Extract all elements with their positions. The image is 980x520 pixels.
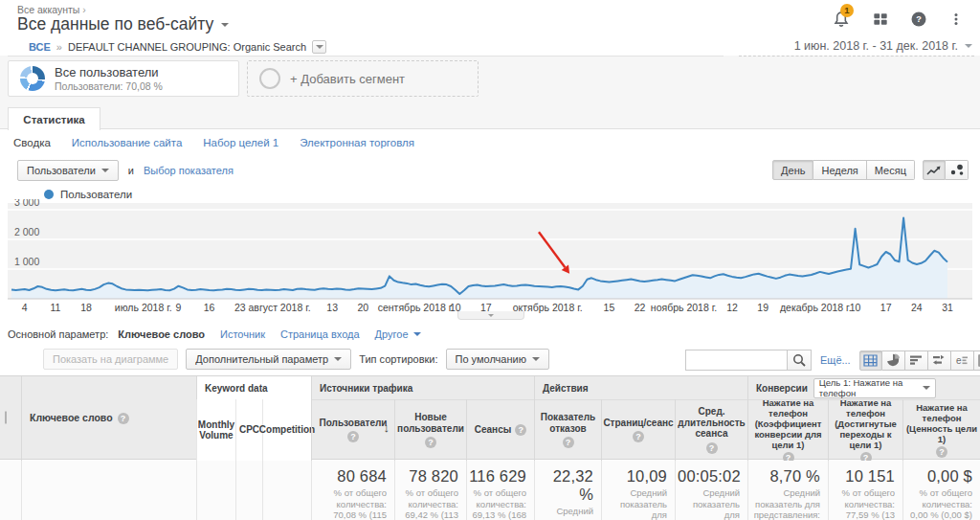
- search-input[interactable]: [685, 350, 787, 371]
- help-icon[interactable]: [118, 413, 129, 424]
- chevron-down-icon: [488, 314, 494, 317]
- view-comparison-button[interactable]: [928, 350, 951, 371]
- chart-type-line-button[interactable]: [923, 160, 946, 180]
- goal-selector-dropdown[interactable]: Цель 1: Нажатие на телефон: [813, 378, 936, 398]
- total-goal-value-note: % от общего количества: 0,00 % (0,00 $): [905, 487, 972, 520]
- subtab-ecommerce[interactable]: Электронная торговля: [300, 137, 414, 148]
- column-header-monthly-volume[interactable]: Monthly Volume: [196, 399, 235, 461]
- x-tick-label: 13: [326, 302, 338, 313]
- totals-monthly-volume-cell: [196, 461, 235, 520]
- help-icon[interactable]: [425, 437, 436, 448]
- divider: [8, 56, 724, 57]
- x-tick-label: 4: [22, 302, 28, 313]
- x-tick-label: 22: [635, 302, 646, 313]
- column-header-competition[interactable]: Competition: [262, 399, 311, 461]
- channel-dropdown-button[interactable]: [312, 40, 326, 54]
- date-range-selector[interactable]: 1 июн. 2018 г. - 31 дек. 2018 г.: [794, 39, 972, 53]
- x-tick-label: июль 2018 г.: [115, 302, 172, 313]
- subtab-site-usage[interactable]: Использование сайта: [72, 137, 182, 148]
- view-pivot-button[interactable]: [974, 350, 980, 371]
- term-cloud-icon: e: [955, 354, 969, 366]
- column-header-keyword[interactable]: Ключевое слово: [21, 376, 196, 461]
- legend-label: Пользователи: [60, 189, 132, 200]
- subtab-goal-set-1[interactable]: Набор целей 1: [203, 137, 278, 148]
- view-table-button[interactable]: [859, 350, 882, 371]
- column-header-new-users[interactable]: Новые пользователи: [394, 399, 466, 461]
- x-tick-label: 20: [357, 302, 368, 313]
- total-users: 80 684 % от общего количества: 70,08 % (…: [311, 461, 394, 520]
- dimension-keyword[interactable]: Ключевое слово: [118, 328, 205, 340]
- column-monthly-volume-label: Monthly Volume: [197, 419, 235, 441]
- x-tick-label: 23: [234, 302, 246, 313]
- select-all-checkbox[interactable]: [5, 412, 7, 423]
- help-icon[interactable]: [563, 437, 574, 448]
- add-segment-button[interactable]: + Добавить сегмент: [247, 60, 479, 97]
- column-header-goal-value[interactable]: Нажатие на телефон (Ценность цели 1): [902, 399, 980, 461]
- group-traffic-sources: Источники трафика: [311, 376, 534, 399]
- subtab-summary[interactable]: Сводка: [13, 137, 51, 148]
- column-header-avg-session-duration[interactable]: Сред. длительность сеанса: [675, 399, 747, 461]
- dimension-other-dropdown[interactable]: Другое: [375, 328, 421, 340]
- group-conversions-label: Конверсии: [756, 383, 808, 394]
- secondary-dimension-button[interactable]: Дополнительный параметр: [186, 349, 351, 370]
- help-button[interactable]: ?: [909, 10, 928, 31]
- chart-type-motion-button[interactable]: [946, 160, 969, 180]
- column-header-goal-completions[interactable]: Нажатие на телефон (Достигнутые переходы…: [828, 399, 902, 461]
- chevron-down-icon: [532, 357, 540, 361]
- segment-subtitle: Пользователи: 70,08 %: [55, 80, 163, 92]
- dimension-source[interactable]: Источник: [220, 328, 265, 340]
- granularity-week-button[interactable]: Неделя: [813, 160, 866, 180]
- total-conversion-rate-value: 8,70 %: [750, 467, 820, 486]
- primary-dimension-row: Основной параметр: Ключевое слово Источн…: [8, 328, 421, 340]
- help-icon[interactable]: [936, 446, 947, 458]
- secondary-dimension-label: Дополнительный параметр: [195, 353, 328, 365]
- chevron-down-icon: [101, 169, 109, 172]
- primary-dimension-label: Основной параметр:: [8, 328, 108, 340]
- granularity-controls: День Неделя Месяц: [772, 160, 969, 180]
- view-percentage-button[interactable]: [882, 350, 905, 371]
- report-path-all-link[interactable]: ВСЕ: [29, 41, 51, 53]
- advanced-search-link[interactable]: Ещё...: [820, 354, 851, 366]
- column-conversion-rate-label: Нажатие на телефон (Коэффициент конверси…: [748, 397, 828, 450]
- column-header-cpc[interactable]: CPC: [235, 399, 262, 461]
- subtabs: Сводка Использование сайта Набор целей 1…: [13, 130, 970, 155]
- select-metric-link[interactable]: Выбор показателя: [144, 165, 234, 176]
- search-button[interactable]: [787, 350, 812, 371]
- column-sessions-label: Сеансы: [475, 424, 512, 436]
- metric-controls: Пользователи и Выбор показателя: [17, 160, 234, 181]
- total-duration-value: 00:05:02: [678, 467, 740, 486]
- help-icon[interactable]: [347, 431, 359, 442]
- view-performance-button[interactable]: [905, 350, 928, 371]
- segment-chip-all-users[interactable]: Все пользователи Пользователи: 70,08 %: [8, 60, 239, 97]
- plot-rows-label: Показать на диаграмме: [53, 353, 168, 365]
- notifications-button[interactable]: 1: [831, 9, 852, 32]
- help-icon[interactable]: [706, 442, 718, 454]
- sort-type-value: По умолчанию: [456, 353, 526, 365]
- overflow-menu-button[interactable]: [947, 10, 965, 31]
- metric-dropdown-button[interactable]: Пользователи: [17, 160, 119, 181]
- column-header-bounce-rate[interactable]: Показатель отказов: [534, 399, 601, 461]
- dimension-landing-page[interactable]: Страница входа: [280, 328, 360, 340]
- property-selector[interactable]: Все данные по веб-сайту: [17, 14, 229, 34]
- plot-rows-button[interactable]: Показать на диаграмме: [43, 349, 178, 370]
- column-header-goal-conversion-rate[interactable]: Нажатие на телефон (Коэффициент конверси…: [747, 399, 828, 461]
- total-conversion-rate: 8,70 % Средний показатель для представле…: [747, 461, 828, 520]
- tab-statistics[interactable]: Статистика: [8, 107, 100, 130]
- sort-type-dropdown[interactable]: По умолчанию: [446, 349, 549, 370]
- granularity-month-button[interactable]: Месяц: [867, 160, 915, 180]
- granularity-day-button[interactable]: День: [772, 160, 813, 180]
- annotations-pull-tab[interactable]: [457, 311, 524, 320]
- column-header-sessions[interactable]: Сеансы: [466, 399, 534, 461]
- view-term-cloud-button[interactable]: e: [951, 350, 974, 371]
- help-icon[interactable]: [633, 431, 644, 442]
- top-header: Все аккаунты › Все данные по веб-сайту 1: [0, 0, 980, 38]
- date-range-label: 1 июн. 2018 г. - 31 дек. 2018 г.: [794, 39, 958, 53]
- column-header-pages-per-session[interactable]: Страниц/сеанс: [601, 399, 675, 461]
- x-tick-label: 12: [726, 302, 738, 313]
- column-header-users[interactable]: Пользователи ↓: [311, 399, 394, 461]
- apps-button[interactable]: [871, 10, 890, 31]
- help-icon[interactable]: [515, 424, 526, 436]
- column-cpc-label: CPC: [239, 424, 259, 436]
- goal-selector-value: Цель 1: Нажатие на телефон: [819, 377, 923, 398]
- group-keyword-data-label: Keyword data: [205, 383, 268, 394]
